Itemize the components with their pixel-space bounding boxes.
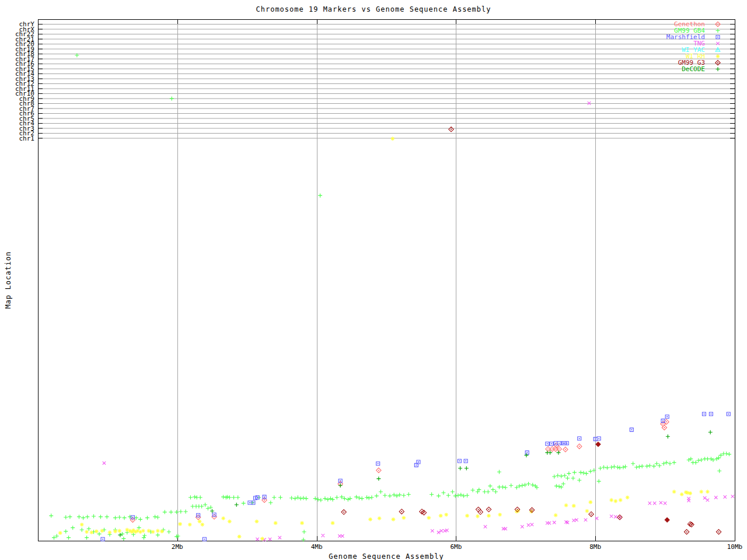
wi-rh-marker-icon	[711, 53, 725, 60]
wi-yac-marker-icon	[711, 47, 725, 53]
legend-label: DeCODE	[682, 66, 705, 72]
legend-item-decode: DeCODE	[666, 66, 725, 72]
x-tick-label-8Mb: 8Mb	[578, 544, 613, 551]
filled-data-points-gm99-g3	[596, 442, 670, 522]
marker-center-dots	[102, 414, 729, 540]
series-wi-rh	[58, 136, 710, 540]
gm99-g3-marker-icon	[711, 60, 725, 66]
plot-area	[0, 0, 747, 560]
data-points-marshfield	[101, 412, 730, 541]
chart-canvas: Chromosome 19 Markers vs Genome Sequence…	[0, 0, 747, 560]
chromosome-gridlines	[38, 24, 735, 139]
y-tick-label-chr1: chr1	[0, 135, 34, 142]
data-points-gm99-g3	[341, 127, 721, 534]
tng-marker-icon	[711, 40, 725, 47]
x-tick-label-10Mb: 10Mb	[717, 544, 747, 551]
plot-border	[39, 20, 735, 541]
genethon-marker-icon	[711, 21, 725, 27]
tick-marks	[38, 19, 735, 541]
gm99-gb4-marker-icon	[711, 27, 725, 34]
data-points-gm99-gb4	[49, 53, 731, 542]
x-gridlines	[178, 19, 596, 541]
series-gm99-gb4	[49, 53, 731, 542]
series-decode	[118, 430, 712, 537]
legend: GenethonGM99 GB4MarshfieldTNGWI YACWI RH…	[666, 21, 725, 72]
x-tick-label-2Mb: 2Mb	[160, 544, 195, 551]
series-gm99-g3	[341, 127, 721, 534]
decode-marker-icon	[711, 66, 725, 72]
data-points-decode	[118, 430, 712, 537]
series-marshfield	[101, 412, 730, 541]
x-tick-label-6Mb: 6Mb	[438, 544, 473, 551]
series-tng	[103, 102, 734, 541]
marker-center-dots	[132, 421, 666, 520]
data-points-wi-rh	[58, 136, 710, 540]
data-points-tng	[103, 102, 734, 541]
marker-center-dots	[343, 129, 719, 533]
x-tick-label-4Mb: 4Mb	[299, 544, 334, 551]
marshfield-marker-icon	[711, 34, 725, 40]
